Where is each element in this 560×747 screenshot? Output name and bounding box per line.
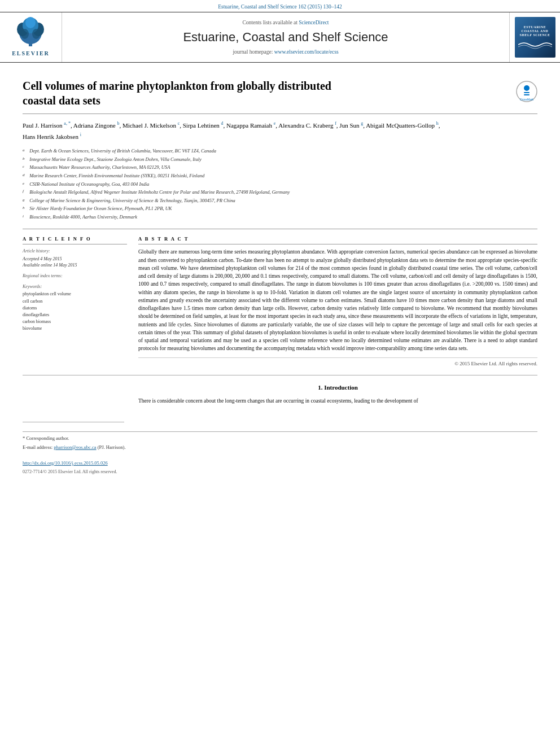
author-paul: Paul J. Harrison a, *, [23,122,73,129]
elsevier-logo-container: ELSEVIER [0,12,62,62]
copyright-line: © 2015 Elsevier Ltd. All rights reserved… [138,357,537,368]
author-adriana: Adriana Zingone b, [73,122,123,129]
journal-header: ELSEVIER Contents lists available at Sci… [0,12,560,63]
article-title: Cell volumes of marine phytoplankton fro… [23,78,516,108]
author-sirpa: Sirpa Lehtinen d, [183,122,226,129]
intro-right: 1. Introduction There is considerable co… [138,383,537,405]
keywords-list: phytoplankton cell volume cell carbon di… [23,291,127,331]
journal-top-bar: Estuarine, Coastal and Shelf Science 162… [0,0,560,12]
svg-rect-10 [524,92,530,93]
authors-section: Paul J. Harrison a, *, Adriana Zingone b… [23,120,537,143]
svg-text:CrossMark: CrossMark [520,98,534,101]
keyword-2: cell carbon [23,298,127,304]
journal-badge: ESTUARINE COASTAL AND SHELF SCIENCE [515,17,555,58]
keyword-1: phytoplankton cell volume [23,291,127,297]
keyword-5: carbon biomass [23,318,127,325]
intro-left [23,383,127,405]
journal-citation: Estuarine, Coastal and Shelf Science 162… [218,4,342,10]
article-info-col: A R T I C L E I N F O Article history: A… [23,236,127,368]
author-alexandra: Alexandra C. Kraberg f, [278,122,339,129]
badge-wave-icon [518,40,552,50]
article-title-section: Cell volumes of marine phytoplankton fro… [23,78,537,114]
keywords-label: Keywords: [23,283,127,290]
svg-point-5 [25,17,36,28]
abstract-label: A B S T R A C T [138,236,537,245]
crossmark-badge: CrossMark [516,81,537,102]
footnote-section: * Corresponding author. E-mail address: … [23,431,537,475]
intro-section: 1. Introduction There is considerable co… [23,383,537,405]
badge-line1: ESTUARINE [524,25,546,29]
header-center: Contents lists available at ScienceDirec… [62,12,509,62]
journal-homepage-link[interactable]: www.elsevier.com/locate/ecss [274,49,339,55]
author-hans: Hans Henrik Jakobsen i [23,133,81,140]
abstract-col: A B S T R A C T Globally there are numer… [138,236,537,368]
history-available: Available online 14 May 2015 [23,262,127,268]
journal-title-display: Estuarine, Coastal and Shelf Science [183,29,388,46]
author-jun: Jun Sun g, [339,122,366,129]
doi-line: http://dx.doi.org/10.1016/j.ecss.2015.05… [23,460,127,467]
svg-rect-11 [524,94,530,95]
keyword-3: diatoms [23,305,127,311]
corresponding-author-note: * Corresponding author. [23,435,127,442]
elsevier-tree-icon [14,17,47,48]
affil-e: e CSIR-National Institute of Oceanograph… [23,181,537,189]
regional-label: Regional index terms: [23,273,127,279]
issn-line: 0272-7714/© 2015 Elsevier Ltd. All right… [23,469,127,475]
affil-f: f Biologische Anstalt Helgoland, Alfred … [23,189,537,196]
history-accepted: Accepted 4 May 2015 [23,256,127,262]
footnote-left: * Corresponding author. E-mail address: … [23,435,127,475]
article-history: Article history: Accepted 4 May 2015 Ava… [23,248,127,268]
keyword-6: biovolume [23,325,127,331]
svg-point-7 [32,29,40,39]
affil-a: a Dept. Earth & Ocean Sciences, Universi… [23,147,537,155]
two-col-section: A R T I C L E I N F O Article history: A… [23,236,537,368]
svg-point-9 [524,85,530,91]
affil-b: b Integrative Marine Ecology Dept., Staz… [23,156,537,164]
badge-line2: COASTAL AND [522,29,549,33]
affil-c: c Massachusetts Water Resources Authorit… [23,164,537,172]
email-link[interactable]: pharrison@eos.ubc.ca [54,444,96,450]
author-michael: Michael J. Mickelson c, [123,122,183,129]
journal-badge-container: ESTUARINE COASTAL AND SHELF SCIENCE [509,12,560,62]
email-line: E-mail address: pharrison@eos.ubc.ca (PJ… [23,444,127,451]
badge-line3: SHELF SCIENCE [519,33,550,37]
footnote-divider [23,422,124,422]
contents-available: Contents lists available at ScienceDirec… [242,19,329,27]
abstract-text: Globally there are numerous long-term ti… [138,248,537,352]
affil-d: d Marine Research Center, Finnish Enviro… [23,172,537,180]
author-abigail: Abigail McQuatters-Gollop h, [366,122,440,129]
affil-i: i Bioscience, Roskilde 4000, Aarhus Univ… [23,213,537,221]
affil-h: h Sir Alister Hardy Foundation for Ocean… [23,205,537,213]
section-title-intro: 1. Introduction [138,383,537,392]
sciencedirect-link[interactable]: ScienceDirect [299,20,329,25]
intro-text: There is considerable concern about the … [138,397,537,405]
article-info-label: A R T I C L E I N F O [23,236,127,245]
homepage-line: journal homepage: www.elsevier.com/locat… [233,49,338,56]
history-label: Article history: [23,248,127,254]
keyword-4: dinoflagellates [23,312,127,318]
affiliations-section: a Dept. Earth & Ocean Sciences, Universi… [23,147,537,229]
doi-link[interactable]: http://dx.doi.org/10.1016/j.ecss.2015.05… [23,460,108,466]
author-nagappa: Nagappa Ramaiah e, [226,122,278,129]
email-note: (PJ. Harrison). [98,444,126,450]
svg-point-6 [21,29,29,39]
section-divider [23,375,537,375]
elsevier-wordmark: ELSEVIER [12,50,50,58]
affil-g: g College of Marine Science & Engineerin… [23,197,537,205]
